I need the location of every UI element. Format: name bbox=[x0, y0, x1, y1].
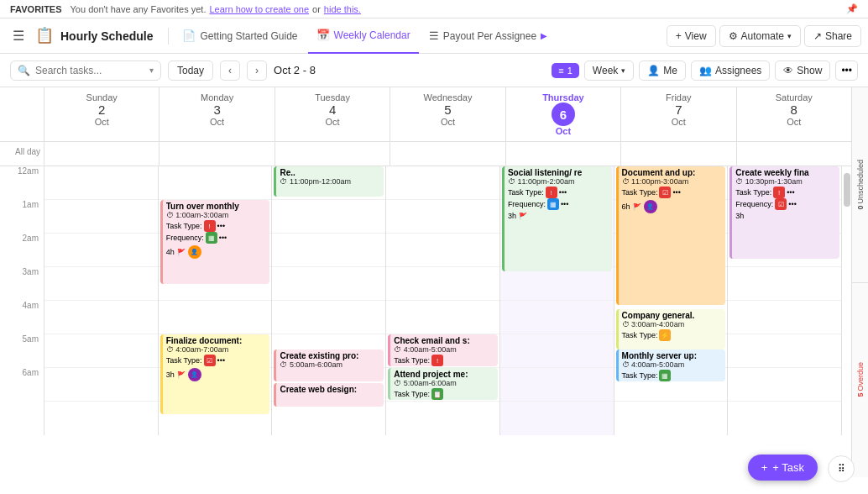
days-grid: Turn over monthly ⏱ 1:00am-3:00am Task T… bbox=[44, 166, 841, 435]
event-re[interactable]: Re.. ⏱ 11:00pm-12:00am bbox=[274, 166, 384, 197]
saturday-name: Saturday bbox=[744, 92, 844, 102]
hour-saturday-5 bbox=[728, 334, 841, 368]
overdue-label: Overdue bbox=[856, 362, 865, 392]
apps-icon: ⠿ bbox=[838, 463, 845, 475]
day-header-tuesday: Tuesday 4 Oct bbox=[275, 87, 390, 141]
event-meta: Task Type:▦ bbox=[622, 370, 723, 381]
overdue-sidebar[interactable]: 5 Overdue bbox=[856, 283, 865, 478]
learn-link[interactable]: Learn how to create one bbox=[209, 4, 309, 14]
unscheduled-sidebar[interactable]: 0 Unscheduled bbox=[856, 87, 865, 282]
filter-badge[interactable]: ≡ 1 bbox=[552, 63, 579, 78]
search-chevron-icon: ▾ bbox=[149, 66, 154, 75]
allday-friday bbox=[620, 142, 735, 166]
hour-sunday-6 bbox=[44, 368, 158, 402]
event-document-up[interactable]: Document and up: ⏱ 11:00pm-3:00am Task T… bbox=[616, 166, 726, 305]
hour-thursday-5 bbox=[500, 334, 614, 368]
next-button[interactable]: › bbox=[247, 60, 267, 81]
tuesday-month: Oct bbox=[282, 117, 383, 127]
event-monthly-server[interactable]: Monthly server up: ⏱ 4:00am-5:00am Task … bbox=[616, 349, 726, 381]
event-create-web-design[interactable]: Create web design: bbox=[274, 383, 384, 407]
day-column-wednesday: Check email and s: ⏱ 4:00am-5:00am Task … bbox=[385, 166, 499, 435]
event-create-weekly[interactable]: Create weekly fina ⏱ 10:30pm-1:30am Task… bbox=[729, 166, 839, 259]
friday-name: Friday bbox=[628, 92, 729, 102]
today-button[interactable]: Today bbox=[168, 60, 213, 81]
event-meta: Task Type:☑••• bbox=[166, 355, 267, 366]
hour-sunday-2 bbox=[44, 234, 158, 267]
event-time: ⏱ 4:00am-5:00am bbox=[622, 360, 723, 369]
grid-scrollbar[interactable] bbox=[841, 166, 851, 435]
event-title: Social listening/ re bbox=[508, 168, 609, 177]
event-attend-project[interactable]: Attend project me: ⏱ 5:00am-6:00am Task … bbox=[388, 368, 498, 400]
hour-sunday-5 bbox=[44, 334, 158, 368]
time-gutter-header bbox=[0, 87, 44, 141]
assignees-icon: 👥 bbox=[699, 65, 712, 76]
tab-actions: + View ⚙ Automate ▾ ↗ Share bbox=[667, 25, 861, 47]
event-hours: 4h🚩👤 bbox=[166, 245, 267, 259]
event-title: Turn over monthly bbox=[166, 202, 267, 211]
event-create-existing-pro[interactable]: Create existing pro: ⏱ 5:00am-6:00am bbox=[274, 349, 384, 381]
search-box[interactable]: 🔍 ▾ bbox=[10, 60, 161, 81]
thursday-num: 6 bbox=[552, 102, 575, 126]
event-time: ⏱ 4:00am-5:00am bbox=[394, 345, 494, 354]
event-turn-over-monthly[interactable]: Turn over monthly ⏱ 1:00am-3:00am Task T… bbox=[160, 200, 270, 284]
automate-icon: ⚙ bbox=[729, 30, 738, 42]
tab-payout[interactable]: ☰ Payout Per Assignee ▶ bbox=[421, 18, 556, 54]
time-6am: 6am bbox=[0, 368, 44, 402]
payout-chevron-icon: ▶ bbox=[541, 31, 547, 40]
event-social-listening[interactable]: Social listening/ re ⏱ 11:00pm-2:00am Ta… bbox=[502, 166, 612, 271]
tuesday-num: 4 bbox=[282, 102, 383, 117]
filter-count: 1 bbox=[567, 66, 573, 76]
tab-weekly-calendar-label: Weekly Calendar bbox=[334, 29, 410, 41]
scroll-area[interactable]: 12am 1am 2am 3am 4am 5am 6am bbox=[0, 166, 851, 477]
favorites-label: FAVORITES bbox=[10, 4, 62, 14]
event-time: ⏱ 5:00am-6:00am bbox=[280, 360, 380, 369]
search-input[interactable] bbox=[35, 65, 136, 76]
share-button[interactable]: ↗ Share bbox=[804, 25, 861, 47]
hour-thursday-6 bbox=[500, 368, 614, 402]
tab-separator-1 bbox=[168, 28, 169, 45]
apps-button[interactable]: ⠿ bbox=[828, 455, 855, 482]
hour-sunday-12 bbox=[44, 166, 158, 200]
event-company-general[interactable]: Company general. ⏱ 3:00am-4:00am Task Ty… bbox=[616, 309, 726, 349]
show-button[interactable]: 👁 Show bbox=[775, 60, 830, 81]
time-2am: 2am bbox=[0, 234, 44, 267]
friday-month: Oct bbox=[628, 117, 729, 127]
day-column-sunday bbox=[44, 166, 158, 435]
event-meta: Task Type:📋 bbox=[394, 388, 494, 400]
add-task-fab[interactable]: + + Task bbox=[748, 455, 818, 481]
time-12am: 12am bbox=[0, 166, 44, 200]
event-meta: Task Type:! bbox=[394, 355, 494, 366]
time-3am: 3am bbox=[0, 267, 44, 301]
week-button[interactable]: Week ▾ bbox=[584, 60, 634, 81]
event-check-email[interactable]: Check email and s: ⏱ 4:00am-5:00am Task … bbox=[388, 334, 498, 366]
hour-saturday-6 bbox=[728, 368, 841, 402]
event-time: ⏱ 3:00am-4:00am bbox=[622, 320, 723, 328]
view-button[interactable]: + View bbox=[667, 25, 716, 47]
event-meta: Task Type:!••• Frequency:▦••• bbox=[166, 220, 267, 244]
more-button[interactable]: ••• bbox=[835, 60, 858, 81]
hour-monday-4 bbox=[159, 301, 272, 334]
event-title: Check email and s: bbox=[394, 336, 494, 345]
allday-sunday bbox=[44, 142, 159, 166]
hour-saturday-4 bbox=[728, 301, 841, 334]
favorites-bar: FAVORITES You don't have any Favorites y… bbox=[0, 0, 868, 18]
day-header-wednesday: Wednesday 5 Oct bbox=[390, 87, 505, 141]
plus-icon: + bbox=[761, 461, 768, 474]
time-7am bbox=[0, 402, 44, 435]
event-hours: 3h🚩 bbox=[508, 212, 609, 220]
show-label: Show bbox=[797, 65, 822, 76]
hamburger-button[interactable]: ☰ bbox=[7, 24, 30, 48]
tab-weekly-calendar[interactable]: 📅 Weekly Calendar bbox=[308, 18, 419, 54]
automate-chevron-icon: ▾ bbox=[787, 32, 792, 40]
automate-button[interactable]: ⚙ Automate ▾ bbox=[719, 25, 801, 47]
me-button[interactable]: 👤 Me bbox=[639, 60, 686, 81]
toolbar: 🔍 ▾ Today ‹ › Oct 2 - 8 ≡ 1 Week ▾ 👤 Me … bbox=[0, 54, 868, 87]
assignees-button[interactable]: 👥 Assignees bbox=[691, 60, 770, 81]
prev-button[interactable]: ‹ bbox=[220, 60, 240, 81]
event-finalize-document[interactable]: Finalize document: ⏱ 4:00am-7:00am Task … bbox=[160, 334, 270, 414]
allday-row: All day bbox=[0, 142, 851, 166]
tab-getting-started[interactable]: 📄 Getting Started Guide bbox=[174, 18, 306, 54]
hour-saturday-3 bbox=[728, 267, 841, 301]
event-time: ⏱ 10:30pm-1:30am bbox=[735, 177, 836, 186]
hide-link[interactable]: hide this. bbox=[324, 4, 361, 14]
